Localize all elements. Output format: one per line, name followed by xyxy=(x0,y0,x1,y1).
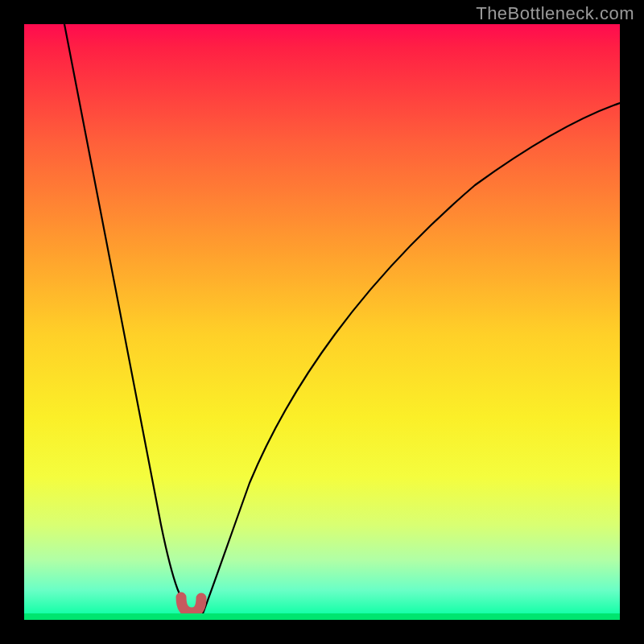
plot-area xyxy=(24,24,620,620)
watermark-label: TheBottleneck.com xyxy=(476,3,634,24)
baseline-strip xyxy=(24,613,620,620)
marker-layer xyxy=(24,24,620,620)
chart-frame: TheBottleneck.com xyxy=(0,0,644,644)
optimal-marker xyxy=(181,597,201,613)
